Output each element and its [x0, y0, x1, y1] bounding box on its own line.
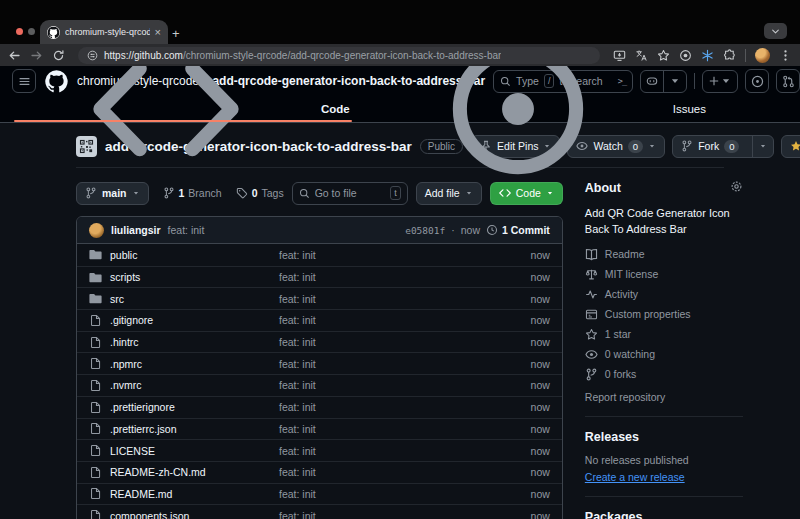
back-icon[interactable] [8, 49, 21, 62]
table-row[interactable]: .hintrcfeat: initnow [77, 331, 562, 353]
send-to-device-icon[interactable] [613, 49, 626, 62]
table-row[interactable]: scriptsfeat: initnow [77, 266, 562, 288]
file-name-link[interactable]: .gitignore [110, 314, 153, 326]
tab-issues[interactable]: Issues [360, 96, 714, 122]
commit-history-link[interactable]: 1 Commit [486, 224, 550, 236]
file-name-link[interactable]: .npmrc [110, 358, 142, 370]
tag-word: Tags [261, 187, 283, 199]
reload-icon[interactable] [52, 49, 65, 62]
file-name-cell: .gitignore [89, 314, 279, 327]
browser-menu-kebab-icon[interactable] [779, 49, 792, 62]
file-name-link[interactable]: src [110, 293, 124, 305]
about-item-0-forks[interactable]: 0 forks [585, 368, 743, 381]
table-row[interactable]: .prettierignorefeat: initnow [77, 396, 562, 418]
file-commit-message[interactable]: feat: init [279, 336, 502, 348]
file-commit-message[interactable]: feat: init [279, 249, 502, 261]
browser-profile-avatar[interactable] [755, 48, 770, 63]
file-name-link[interactable]: .prettierrc.json [110, 423, 177, 435]
file-name-link[interactable]: public [110, 249, 137, 261]
commit-author-avatar[interactable] [89, 223, 104, 238]
table-row[interactable]: .gitignorefeat: initnow [77, 309, 562, 331]
file-commit-message[interactable]: feat: init [279, 358, 502, 370]
file-name-link[interactable]: README.md [110, 488, 172, 500]
file-commit-message[interactable]: feat: init [279, 379, 502, 391]
about-item-0-watching[interactable]: 0 watching [585, 348, 743, 361]
about-item-activity[interactable]: Activity [585, 288, 743, 301]
file-commit-message[interactable]: feat: init [279, 466, 502, 478]
table-row[interactable]: srcfeat: initnow [77, 287, 562, 309]
report-repository-link[interactable]: Report repository [585, 391, 743, 403]
branches-link[interactable]: 1 Branch [163, 187, 222, 199]
table-row[interactable]: components.jsonfeat: initnow [77, 504, 562, 519]
commit-sha[interactable]: e05801f [405, 225, 445, 236]
file-commit-time: now [502, 445, 550, 457]
about-item-mit-license[interactable]: MIT license [585, 268, 743, 281]
table-row[interactable]: README.mdfeat: initnow [77, 483, 562, 505]
latest-commit-bar: liuliangsir feat: init e05801f · now 1 C… [77, 217, 562, 244]
tab-close-icon[interactable]: × [155, 27, 161, 38]
file-commit-message[interactable]: feat: init [279, 401, 502, 413]
file-commit-message[interactable]: feat: init [279, 293, 502, 305]
table-row[interactable]: README-zh-CN.mdfeat: initnow [77, 461, 562, 483]
go-to-file-input[interactable]: Go to file t [292, 182, 408, 205]
folder-icon [89, 248, 102, 261]
extension-2-icon[interactable] [701, 49, 714, 62]
tab-code[interactable]: Code [8, 96, 358, 122]
new-tab-button[interactable]: + [172, 26, 180, 41]
commit-author[interactable]: liuliangsir [111, 224, 161, 236]
file-name-link[interactable]: scripts [110, 271, 140, 283]
file-commit-message[interactable]: feat: init [279, 423, 502, 435]
file-name-link[interactable]: .hintrc [110, 336, 139, 348]
table-row[interactable]: .npmrcfeat: initnow [77, 352, 562, 374]
commit-message[interactable]: feat: init [168, 224, 205, 236]
file-name-link[interactable]: README-zh-CN.md [110, 466, 206, 478]
table-row[interactable]: .nvmrcfeat: initnow [77, 374, 562, 396]
tab-label-issues: Issues [673, 103, 706, 115]
about-item-custom-properties[interactable]: Custom properties [585, 308, 743, 321]
code-button[interactable]: Code [490, 182, 563, 205]
forward-icon[interactable] [30, 49, 43, 62]
file-icon [89, 422, 102, 435]
about-item-readme[interactable]: Readme [585, 248, 743, 261]
file-commit-message[interactable]: feat: init [279, 271, 502, 283]
tab-search-button[interactable] [764, 23, 787, 39]
file-name-link[interactable]: components.json [110, 510, 189, 519]
file-name-cell: README.md [89, 487, 279, 500]
extension-1-icon[interactable] [679, 49, 692, 62]
file-commit-message[interactable]: feat: init [279, 314, 502, 326]
table-row[interactable]: .prettierrc.jsonfeat: initnow [77, 418, 562, 440]
translate-icon[interactable] [635, 49, 648, 62]
extensions-puzzle-icon[interactable] [723, 49, 736, 62]
minimize-window-button[interactable] [28, 28, 35, 35]
add-file-button[interactable]: Add file [416, 182, 482, 205]
file-name-link[interactable]: .prettierignore [110, 401, 175, 413]
close-window-button[interactable] [16, 28, 23, 35]
about-item-label: Activity [605, 288, 638, 300]
site-settings-icon[interactable] [87, 50, 98, 61]
packages-heading: Packages [585, 510, 743, 519]
tags-link[interactable]: 0 Tags [236, 187, 284, 199]
file-name-link[interactable]: LICENSE [110, 445, 155, 457]
file-commit-message[interactable]: feat: init [279, 510, 502, 519]
branch-selector[interactable]: main [76, 182, 149, 205]
about-item-label: Readme [605, 248, 645, 260]
create-release-link[interactable]: Create a new release [585, 471, 685, 483]
file-commit-time: now [502, 293, 550, 305]
browser-tab[interactable]: chromium-style-qrcode/add- × [40, 20, 168, 44]
bookmark-star-icon[interactable] [657, 49, 670, 62]
table-row[interactable]: LICENSEfeat: initnow [77, 439, 562, 461]
meta-separator: · [451, 224, 455, 236]
file-name-link[interactable]: .nvmrc [110, 379, 142, 391]
tab-pull-requests[interactable]: Pull requests [716, 96, 800, 122]
address-bar[interactable]: https://github.com/chromium-style-qrcode… [78, 47, 600, 64]
fork-label: Fork [698, 140, 719, 152]
releases-empty-text: No releases published [585, 454, 743, 466]
file-rows: publicfeat: initnowscriptsfeat: initnows… [77, 244, 562, 519]
about-item-1-star[interactable]: 1 star [585, 328, 743, 341]
chevron-down-icon[interactable] [669, 75, 681, 87]
browser-toolbar: https://github.com/chromium-style-qrcode… [0, 44, 800, 66]
file-commit-message[interactable]: feat: init [279, 445, 502, 457]
table-row[interactable]: publicfeat: initnow [77, 244, 562, 266]
sidebar-divider [585, 416, 743, 417]
file-commit-message[interactable]: feat: init [279, 488, 502, 500]
